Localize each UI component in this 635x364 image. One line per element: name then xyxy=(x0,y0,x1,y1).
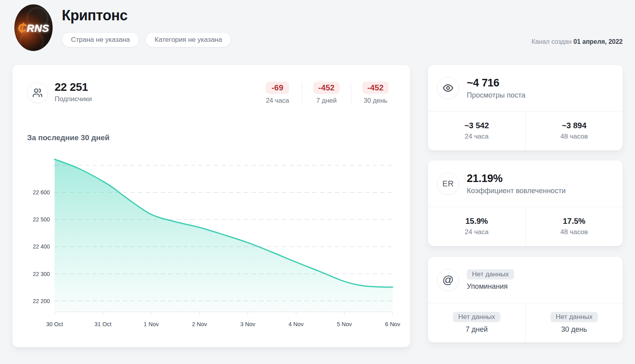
subscribers-card: 22 251 Подписчики -69 24 часа -452 7 дне… xyxy=(12,65,410,347)
er-48h: 17.5% 48 часов xyxy=(526,207,623,246)
er-48h-period: 48 часов xyxy=(560,228,588,236)
channel-analytics-page: ₵RNS Криптонс Страна не указана Категори… xyxy=(0,0,635,364)
er-header: ER 21.19% Коэффициент вовлеченности xyxy=(428,160,623,207)
er-value: 21.19% xyxy=(467,172,566,185)
er-stat: 21.19% Коэффициент вовлеченности xyxy=(467,172,566,195)
mentions-7d-period: 7 дней xyxy=(466,325,488,334)
x-axis-tick-label: 30 Oct xyxy=(46,321,63,327)
mentions-breakdown: Нет данных 7 дней Нет данных 30 день xyxy=(428,303,623,342)
mentions-30d-badge: Нет данных xyxy=(550,312,598,322)
post-views-breakdown: ~3 542 24 часа ~3 894 48 часов xyxy=(428,112,623,150)
views-icon-circle xyxy=(437,77,459,99)
er-icon-circle: ER xyxy=(437,172,459,195)
category-badge[interactable]: Категория не указана xyxy=(145,32,231,47)
er-48h-value: 17.5% xyxy=(563,217,586,226)
er-24h: 15.9% 24 часа xyxy=(428,207,525,246)
y-axis-tick-label: 22 300 xyxy=(33,271,50,277)
x-axis-tick-label: 2 Nov xyxy=(192,321,207,327)
channel-created-date: Канал создан 01 апреля, 2022 xyxy=(531,38,623,45)
y-axis-tick-label: 22 600 xyxy=(33,189,50,196)
subscribers-chart[interactable]: 22 60022 50022 40022 30022 20030 Oct31 O… xyxy=(12,65,410,347)
y-axis-tick-label: 22 500 xyxy=(33,216,50,223)
created-value: 01 апреля, 2022 xyxy=(574,38,623,45)
at-icon: @ xyxy=(442,274,454,286)
engagement-rate-card: ER 21.19% Коэффициент вовлеченности 15.9… xyxy=(428,160,623,246)
x-axis-tick-label: 3 Nov xyxy=(240,321,256,327)
x-axis-tick-label: 1 Nov xyxy=(144,321,159,327)
mentions-7d: Нет данных 7 дней xyxy=(428,303,525,342)
er-24h-period: 24 часа xyxy=(465,228,489,236)
views-24h-period: 24 часа xyxy=(465,133,489,141)
eye-icon xyxy=(442,82,454,94)
er-icon: ER xyxy=(442,179,454,188)
created-label: Канал создан xyxy=(531,38,572,45)
y-axis-tick-label: 22 200 xyxy=(33,298,50,304)
x-axis-tick-label: 6 Nov xyxy=(385,321,401,327)
mentions-label: Упоминания xyxy=(467,282,514,291)
views-48h-period: 48 часов xyxy=(560,133,588,141)
er-breakdown: 15.9% 24 часа 17.5% 48 часов xyxy=(428,207,623,246)
views-24h: ~3 542 24 часа xyxy=(428,112,525,150)
mentions-7d-badge: Нет данных xyxy=(453,312,500,322)
post-views-card: ~4 716 Просмотры поста ~3 542 24 часа ~3… xyxy=(428,65,623,151)
mentions-card: @ Нет данных Упоминания Нет данных 7 дне… xyxy=(428,257,623,342)
mentions-no-data-badge: Нет данных xyxy=(467,269,514,280)
mentions-icon-circle: @ xyxy=(437,269,459,291)
post-views-header: ~4 716 Просмотры поста xyxy=(428,65,623,112)
mentions-header: @ Нет данных Упоминания xyxy=(428,257,623,303)
channel-badges: Страна не указана Категория не указана xyxy=(62,32,231,47)
country-badge[interactable]: Страна не указана xyxy=(62,32,139,47)
views-24h-value: ~3 542 xyxy=(464,121,489,130)
page-title: Криптонс xyxy=(62,7,128,24)
mentions-30d-period: 30 день xyxy=(561,325,587,334)
views-48h-value: ~3 894 xyxy=(562,121,586,130)
post-views-value: ~4 716 xyxy=(467,77,525,89)
avatar-logo-text: ₵RNS xyxy=(18,21,49,35)
x-axis-tick-label: 31 Oct xyxy=(94,321,112,327)
views-48h: ~3 894 48 часов xyxy=(526,112,623,150)
x-axis-tick-label: 4 Nov xyxy=(289,321,304,327)
x-axis-tick-label: 5 Nov xyxy=(337,321,352,327)
mentions-stat: Нет данных Упоминания xyxy=(467,269,514,291)
er-label: Коэффициент вовлеченности xyxy=(467,187,566,195)
post-views-label: Просмотры поста xyxy=(467,91,525,100)
er-24h-value: 15.9% xyxy=(465,217,488,226)
y-axis-tick-label: 22 400 xyxy=(33,243,50,250)
channel-avatar: ₵RNS xyxy=(14,4,53,51)
mentions-30d: Нет данных 30 день xyxy=(526,303,623,342)
post-views-stat: ~4 716 Просмотры поста xyxy=(467,77,525,100)
